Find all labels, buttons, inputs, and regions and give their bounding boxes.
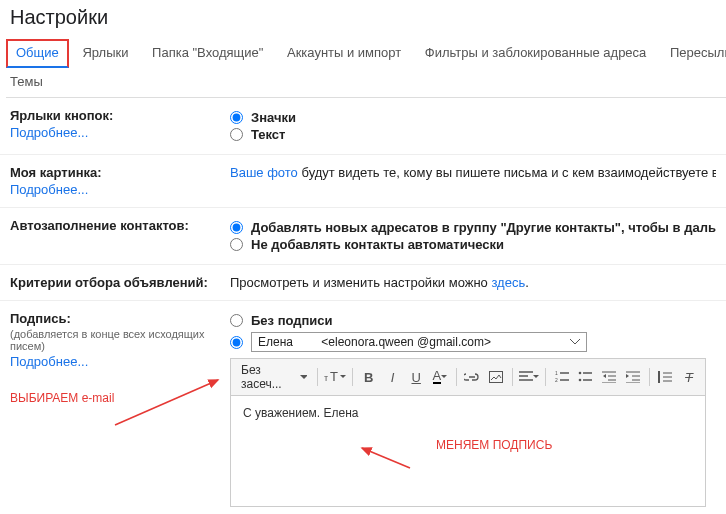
ad-criteria-heading: Критерии отбора объявлений: [10, 275, 230, 290]
ordered-list-icon: 12 [555, 371, 569, 383]
annotation-change-signature: МЕНЯЕМ ПОДПИСЬ [436, 438, 552, 452]
radio-no-signature-input[interactable] [230, 314, 243, 327]
radio-text-input[interactable] [230, 128, 243, 141]
underline-button[interactable]: U [406, 367, 426, 387]
tab-forward[interactable]: Пересылка и POP/IMAP [660, 39, 726, 68]
outdent-button[interactable] [599, 367, 619, 387]
signature-toolbar: Без засеч... тT B I U A [230, 358, 706, 396]
link-icon [464, 372, 480, 382]
radio-signature-select[interactable]: Елена <eleonora.qween @gmail.com> [230, 332, 716, 352]
button-labels-heading: Ярлыки кнопок: [10, 108, 230, 123]
svg-text:2: 2 [555, 377, 558, 383]
settings-tabs: Общие Ярлыки Папка "Входящие" Аккаунты и… [6, 39, 726, 98]
indent-icon [626, 371, 640, 383]
bold-button[interactable]: B [359, 367, 379, 387]
radio-icons-label: Значки [251, 110, 296, 125]
image-icon [489, 371, 503, 383]
section-autocomplete: Автозаполнение контактов: Добавлять новы… [0, 208, 726, 265]
chevron-down-icon [570, 339, 580, 345]
radio-icons[interactable]: Значки [230, 110, 716, 125]
section-ad-criteria: Критерии отбора объявлений: Просмотреть … [0, 265, 726, 301]
my-picture-more-link[interactable]: Подробнее... [10, 182, 88, 197]
tab-themes[interactable]: Темы [6, 68, 726, 97]
radio-text-label: Текст [251, 127, 285, 142]
tab-accounts[interactable]: Аккаунты и импорт [277, 39, 411, 68]
radio-signature-select-input[interactable] [230, 336, 243, 349]
link-button[interactable] [463, 367, 483, 387]
caret-down-icon [533, 375, 539, 379]
caret-down-icon [340, 375, 346, 379]
ad-criteria-text: Просмотреть и изменить настройки можно [230, 275, 491, 290]
font-family-select[interactable]: Без засеч... [237, 363, 311, 391]
tab-general[interactable]: Общие [6, 39, 69, 68]
radio-no-add-contacts[interactable]: Не добавлять контакты автоматически [230, 237, 716, 252]
remove-format-button[interactable]: T [679, 367, 699, 387]
radio-add-contacts-label: Добавлять новых адресатов в группу "Друг… [251, 220, 716, 235]
quote-icon [658, 371, 672, 383]
radio-no-add-contacts-label: Не добавлять контакты автоматически [251, 237, 504, 252]
annotation-select-email: ВЫБИРАЕМ e-mail [10, 391, 230, 405]
quote-button[interactable] [656, 367, 676, 387]
radio-no-signature-label: Без подписи [251, 313, 333, 328]
svg-text:1: 1 [555, 371, 558, 376]
signature-hint: (добавляется в конце всех исходящих писе… [10, 328, 230, 352]
caret-down-icon [300, 375, 307, 380]
ad-criteria-link[interactable]: здесь [491, 275, 525, 290]
svg-point-6 [579, 379, 582, 382]
svg-text:T: T [330, 370, 338, 384]
radio-add-contacts-input[interactable] [230, 221, 243, 234]
section-signature: Подпись: (добавляется в конце всех исход… [0, 301, 726, 514]
font-size-icon: тT [324, 370, 340, 384]
radio-text[interactable]: Текст [230, 127, 716, 142]
signature-heading: Подпись: [10, 311, 230, 326]
signature-editor[interactable]: С уважением. Елена МЕНЯЕМ ПОДПИСЬ [230, 396, 706, 507]
radio-add-contacts[interactable]: Добавлять новых адресатов в группу "Друг… [230, 220, 716, 235]
font-size-button[interactable]: тT [324, 367, 346, 387]
button-labels-more-link[interactable]: Подробнее... [10, 125, 88, 140]
my-picture-text: будут видеть те, кому вы пишете письма и… [298, 165, 716, 180]
section-button-labels: Ярлыки кнопок: Подробнее... Значки Текст [0, 98, 726, 155]
page-title: Настройки [10, 6, 726, 29]
radio-icons-input[interactable] [230, 111, 243, 124]
my-picture-heading: Моя картинка: [10, 165, 230, 180]
tab-inbox[interactable]: Папка "Входящие" [142, 39, 273, 68]
align-icon [519, 371, 533, 383]
tab-filters[interactable]: Фильтры и заблокированные адреса [415, 39, 656, 68]
signature-identity-select[interactable]: Елена <eleonora.qween @gmail.com> [251, 332, 587, 352]
svg-text:т: т [324, 373, 328, 383]
bullet-list-icon [578, 371, 592, 383]
select-name: Елена [258, 335, 318, 349]
svg-point-5 [579, 372, 582, 375]
tab-labels[interactable]: Ярлыки [72, 39, 138, 68]
text-color-button[interactable]: A [430, 367, 450, 387]
autocomplete-heading: Автозаполнение контактов: [10, 218, 230, 233]
outdent-icon [602, 371, 616, 383]
ordered-list-button[interactable]: 12 [552, 367, 572, 387]
indent-button[interactable] [623, 367, 643, 387]
signature-text: С уважением. Елена [243, 406, 359, 420]
section-my-picture: Моя картинка: Подробнее... Ваше фото буд… [0, 155, 726, 208]
image-button[interactable] [486, 367, 506, 387]
align-button[interactable] [519, 367, 539, 387]
caret-down-icon [441, 375, 447, 379]
italic-button[interactable]: I [383, 367, 403, 387]
radio-no-signature[interactable]: Без подписи [230, 313, 716, 328]
bullet-list-button[interactable] [576, 367, 596, 387]
signature-more-link[interactable]: Подробнее... [10, 354, 88, 369]
radio-no-add-contacts-input[interactable] [230, 238, 243, 251]
your-photo-link[interactable]: Ваше фото [230, 165, 298, 180]
select-email: <eleonora.qween @gmail.com> [321, 335, 491, 349]
